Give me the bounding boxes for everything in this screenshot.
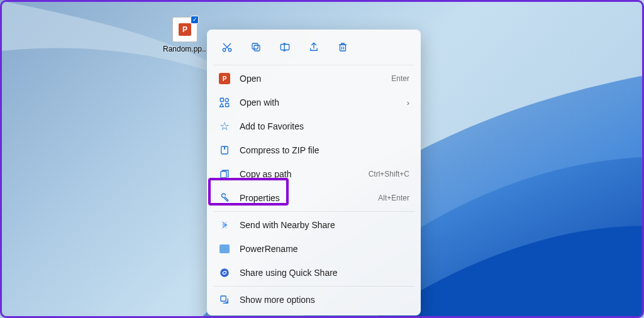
file-name-label: Random.pp... (163, 45, 207, 53)
menu-item-compress-zip[interactable]: Compress to ZIP file (211, 138, 417, 162)
nearby-share-icon (218, 219, 231, 231)
menu-item-add-favorites[interactable]: ☆ Add to Favorites (211, 114, 417, 138)
svg-point-7 (225, 99, 228, 102)
svg-point-11 (220, 268, 229, 277)
more-options-icon (218, 293, 231, 306)
svg-rect-2 (254, 45, 260, 51)
delete-button[interactable] (330, 36, 355, 58)
powerpoint-badge: P (179, 23, 191, 36)
menu-item-nearby-share[interactable]: Send with Nearby Share (211, 213, 417, 237)
selected-checkmark-icon: ✓ (191, 16, 199, 24)
chevron-right-icon: › (407, 98, 409, 107)
properties-icon (218, 192, 231, 204)
menu-item-copy-as-path[interactable]: Copy as path Ctrl+Shift+C (211, 162, 417, 186)
svg-rect-6 (220, 98, 223, 101)
menu-separator (213, 65, 414, 65)
shortcut-hint: Ctrl+Shift+C (369, 170, 409, 178)
svg-rect-12 (221, 296, 226, 301)
share-button[interactable] (301, 36, 326, 58)
menu-item-properties[interactable]: Properties Alt+Enter (211, 186, 417, 210)
menu-label: Show more options (240, 295, 409, 305)
menu-item-open-with[interactable]: Open with › (211, 90, 417, 114)
svg-rect-10 (221, 172, 226, 178)
share-icon (308, 41, 319, 53)
cut-button[interactable] (214, 36, 240, 58)
copy-button[interactable] (243, 36, 269, 58)
shortcut-hint: Alt+Enter (378, 194, 409, 202)
svg-point-1 (228, 48, 231, 52)
svg-rect-4 (280, 45, 289, 50)
svg-rect-5 (340, 45, 346, 51)
action-bar (211, 33, 417, 63)
menu-label: Add to Favorites (240, 121, 409, 131)
menu-item-powerrename[interactable]: PowerRename (211, 237, 417, 261)
svg-point-0 (223, 48, 226, 52)
file-thumbnail: P ✓ (172, 17, 197, 42)
menu-label: PowerRename (240, 244, 409, 254)
menu-item-show-more-options[interactable]: Show more options (211, 288, 417, 312)
menu-label: Compress to ZIP file (240, 145, 409, 155)
svg-rect-8 (226, 104, 229, 107)
copy-icon (250, 41, 262, 53)
delete-icon (337, 41, 348, 53)
menu-label: Send with Nearby Share (240, 220, 409, 230)
menu-label: Properties (240, 193, 378, 203)
menu-label: Share using Quick Share (240, 268, 409, 278)
menu-separator (213, 286, 414, 287)
star-icon: ☆ (218, 120, 231, 133)
open-with-icon (218, 96, 231, 109)
menu-label: Copy as path (240, 169, 369, 179)
powerrename-icon (218, 243, 231, 255)
quick-share-icon (218, 266, 231, 279)
rename-button[interactable] (272, 36, 297, 58)
menu-label: Open with (240, 97, 407, 107)
shortcut-hint: Enter (391, 74, 409, 83)
menu-item-open[interactable]: P Open Enter (211, 67, 417, 90)
svg-rect-3 (252, 43, 258, 49)
menu-item-quick-share[interactable]: Share using Quick Share (211, 261, 417, 285)
zip-icon (218, 144, 231, 156)
menu-label: Open (240, 74, 391, 84)
copy-path-icon (218, 168, 231, 180)
desktop-file-powerpoint[interactable]: P ✓ Random.pp... (163, 17, 207, 53)
menu-separator (213, 211, 414, 212)
cut-icon (221, 41, 233, 53)
context-menu: P Open Enter Open with › ☆ Add to Favori… (207, 30, 421, 315)
rename-icon (279, 41, 291, 53)
powerpoint-icon: P (218, 72, 231, 85)
